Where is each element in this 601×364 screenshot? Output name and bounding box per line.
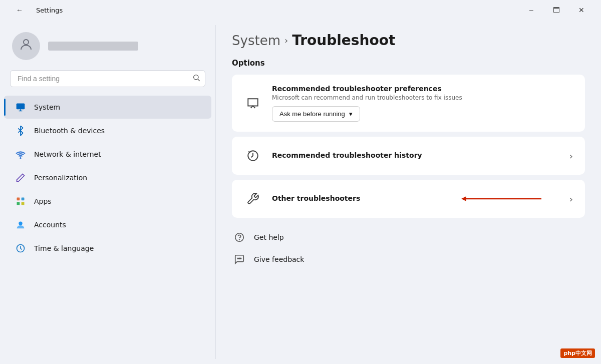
recommended-history-card[interactable]: Recommended troubleshooter history › [232,137,585,175]
app-container: System Bluetooth & devices [0,20,601,364]
paint-icon [14,171,27,184]
apps-icon [14,195,27,208]
app-title: Settings [36,7,63,14]
breadcrumb-separator: › [284,35,288,46]
profile-section [0,28,215,70]
get-help-label: Get help [254,233,284,241]
svg-point-15 [239,239,240,240]
svg-point-0 [24,40,29,45]
recommended-prefs-desc: Microsoft can recommend and run troubles… [272,94,573,101]
recommended-prefs-title: Recommended troubleshooter preferences [272,85,573,93]
svg-marker-13 [461,196,466,201]
search-input[interactable] [10,70,205,87]
search-button[interactable] [192,74,200,84]
chevron-right-icon: › [569,151,573,161]
title-bar: ← Settings – 🗖 ✕ [0,0,601,20]
sidebar-item-label: Bluetooth & devices [34,127,105,135]
recommended-history-title: Recommended troubleshooter history [272,151,559,159]
recommended-prefs-card[interactable]: Recommended troubleshooter preferences M… [232,75,585,132]
chevron-down-icon: ▾ [349,110,353,118]
breadcrumb: System › Troubleshoot [232,32,585,49]
sidebar-item-network[interactable]: Network & internet [4,143,211,166]
sidebar-item-label: Time & language [34,244,94,252]
back-button[interactable]: ← [8,2,31,18]
give-feedback-link[interactable]: Give feedback [232,252,585,267]
history-icon [244,147,262,165]
svg-rect-7 [17,202,20,205]
bottom-links: Get help Give feedback [232,230,585,267]
ask-me-dropdown[interactable]: Ask me before running ▾ [272,106,360,122]
sidebar-item-apps[interactable]: Apps [4,190,211,213]
get-help-link[interactable]: Get help [232,230,585,245]
svg-rect-5 [17,198,20,201]
help-icon [232,230,247,245]
svg-rect-3 [17,104,25,110]
sidebar-item-system[interactable]: System [4,96,211,119]
search-box [10,70,205,87]
chevron-right-icon-2: › [569,194,573,204]
give-feedback-label: Give feedback [254,255,304,263]
sidebar-item-label: Apps [34,197,52,205]
username-bar [48,42,138,51]
sidebar-item-accounts[interactable]: Accounts [4,213,211,236]
sidebar-item-personalization[interactable]: Personalization [4,166,211,189]
recommended-prefs-body: Recommended troubleshooter preferences M… [272,85,573,122]
close-button[interactable]: ✕ [570,2,593,18]
other-troubleshooters-title: Other troubleshooters [272,194,451,202]
svg-point-17 [239,258,240,259]
chat-icon [244,94,262,112]
options-heading: Options [232,59,585,68]
svg-point-1 [194,75,198,80]
monitor-icon [14,101,27,114]
sidebar-item-label: Network & internet [34,150,101,158]
bluetooth-icon [14,124,27,137]
window-controls: – 🗖 ✕ [520,2,593,18]
sidebar-item-label: Accounts [34,221,66,229]
sidebar-item-time[interactable]: Time & language [4,237,211,260]
sidebar-item-label: System [34,103,60,111]
sidebar-item-bluetooth[interactable]: Bluetooth & devices [4,119,211,142]
title-bar-left: ← Settings [8,2,63,18]
red-arrow-annotation [461,193,551,205]
sidebar-item-label: Personalization [34,174,87,182]
maximize-button[interactable]: 🗖 [545,2,568,18]
recommended-history-body: Recommended troubleshooter history [272,151,559,161]
main-content: System › Troubleshoot Options Recommende… [216,20,601,364]
svg-point-4 [20,156,22,158]
other-troubleshooters-body: Other troubleshooters [272,194,451,204]
svg-rect-8 [22,202,25,205]
svg-point-16 [237,258,238,259]
time-icon [14,242,27,255]
svg-rect-6 [22,198,25,201]
feedback-icon [232,252,247,267]
sidebar-nav: System Bluetooth & devices [0,95,215,356]
avatar [12,32,40,60]
user-icon [19,37,34,56]
other-troubleshooters-card[interactable]: Other troubleshooters › [232,180,585,218]
dropdown-value: Ask me before running [279,110,345,118]
breadcrumb-parent: System [232,33,280,48]
svg-point-9 [19,222,22,225]
minimize-button[interactable]: – [520,2,543,18]
network-icon [14,148,27,161]
watermark: php中文网 [560,348,595,358]
sidebar: System Bluetooth & devices [0,20,215,364]
breadcrumb-current: Troubleshoot [292,32,395,49]
svg-line-2 [198,79,200,81]
accounts-icon [14,218,27,231]
wrench-icon [244,190,262,208]
svg-point-18 [240,258,241,259]
